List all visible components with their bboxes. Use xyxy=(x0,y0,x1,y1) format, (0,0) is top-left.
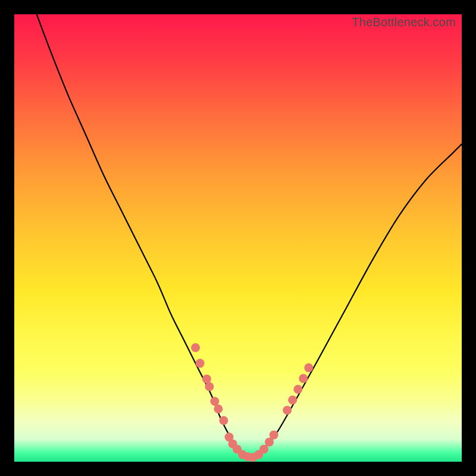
watermark-text: TheBottleneck.com xyxy=(352,15,456,29)
chart-area: TheBottleneck.com xyxy=(14,14,462,462)
chart-svg xyxy=(14,14,462,462)
marker-dot xyxy=(196,359,205,368)
marker-dot xyxy=(304,364,313,372)
curve-line xyxy=(37,14,462,458)
marker-dot xyxy=(288,396,297,405)
marker-dot xyxy=(299,374,308,383)
marker-dot xyxy=(210,397,219,406)
marker-dot xyxy=(202,374,211,383)
marker-dot xyxy=(259,444,268,453)
marker-dot xyxy=(293,385,302,394)
marker-dot xyxy=(219,416,228,425)
marker-dot xyxy=(191,343,200,352)
marker-dot xyxy=(270,430,278,439)
marker-dot xyxy=(283,406,292,415)
marker-dot xyxy=(205,382,214,391)
marker-dots xyxy=(191,343,313,462)
marker-dot xyxy=(214,405,223,414)
